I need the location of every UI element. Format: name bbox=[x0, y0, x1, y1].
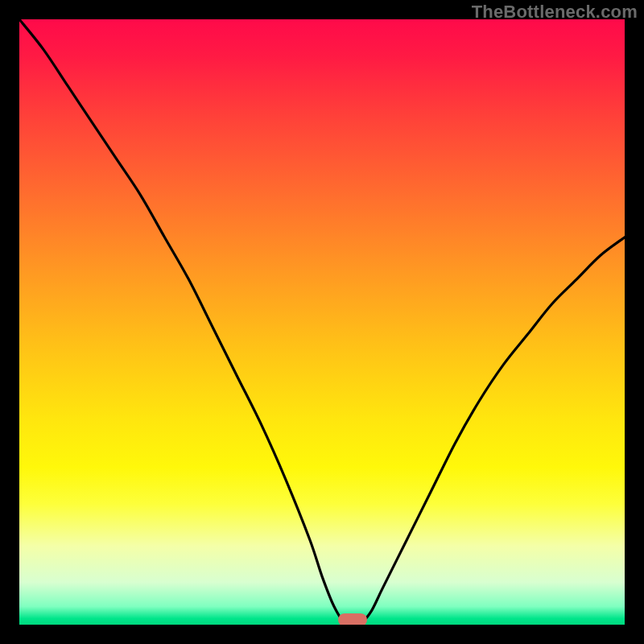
plot-area bbox=[19, 19, 625, 625]
watermark-text: TheBottleneck.com bbox=[472, 2, 638, 23]
chart-frame: TheBottleneck.com bbox=[0, 0, 644, 644]
optimal-point-marker bbox=[338, 613, 367, 625]
bottleneck-curve bbox=[19, 19, 625, 625]
